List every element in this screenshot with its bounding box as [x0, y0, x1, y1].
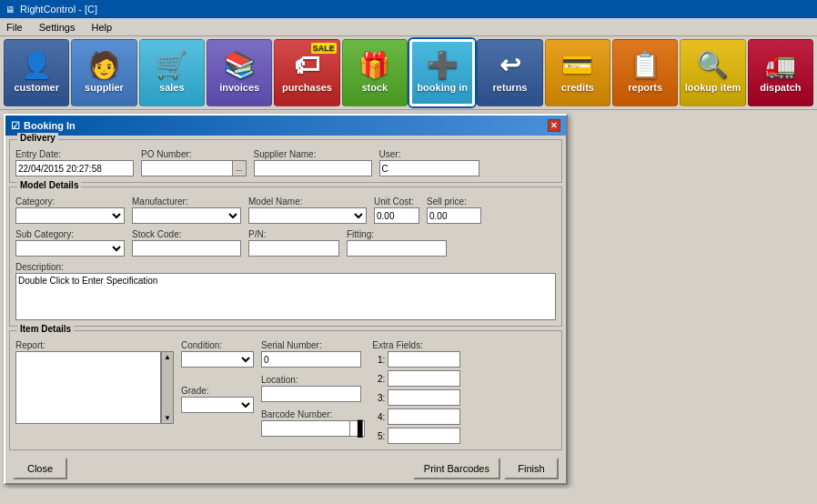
toolbar-returns[interactable]: ↩ returns	[477, 39, 542, 106]
item-details-title: Item Details	[17, 324, 74, 334]
category-select[interactable]	[15, 207, 125, 224]
stock-label: stock	[361, 82, 388, 93]
po-number-input[interactable]	[141, 160, 232, 176]
finish-button[interactable]: Finish	[504, 458, 559, 479]
purchases-badge: SALE	[311, 43, 337, 54]
user-field: User:	[379, 149, 479, 176]
user-input[interactable]	[379, 160, 479, 176]
sell-price-label: Sell price:	[427, 197, 481, 207]
fitting-input[interactable]	[347, 240, 447, 257]
barcode-scan-button[interactable]: ▐	[350, 420, 365, 437]
dispatch-icon: 🚛	[764, 53, 796, 78]
description-field: Description: Double Click to Enter Speci…	[15, 262, 556, 320]
dialog-checkbox-icon: ☑	[11, 120, 20, 132]
toolbar-customer[interactable]: 👤 customer	[4, 39, 69, 106]
extra-row-2: 2:	[372, 370, 460, 387]
menu-help[interactable]: Help	[88, 21, 115, 34]
entry-date-input[interactable]	[15, 160, 134, 176]
toolbar-purchases[interactable]: 🏷 purchases SALE	[274, 39, 339, 106]
lookup-label: lookup item	[685, 82, 741, 93]
dialog-footer: Close Print Barcodes Finish	[5, 454, 566, 483]
extra-label-1: 1:	[372, 355, 385, 365]
toolbar-reports[interactable]: 📋 reports	[612, 39, 678, 106]
app-icon: 🖥	[5, 5, 15, 15]
model-name-field: Model Name:	[248, 197, 367, 224]
toolbar-lookup[interactable]: 🔍 lookup item	[680, 39, 745, 106]
barcode-input-group: ▐	[261, 420, 365, 437]
extra-input-1[interactable]	[388, 351, 460, 368]
extra-label-3: 3:	[372, 393, 385, 403]
unit-cost-input[interactable]	[374, 207, 419, 224]
extra-input-4[interactable]	[388, 408, 460, 425]
sales-icon: 🛒	[156, 53, 187, 78]
extra-input-3[interactable]	[388, 389, 460, 406]
manufacturer-select[interactable]	[132, 207, 241, 224]
toolbar-dispatch[interactable]: 🚛 dispatch	[748, 39, 813, 106]
location-input[interactable]	[261, 386, 361, 402]
barcode-field: Barcode Number: ▐	[261, 409, 365, 437]
extra-fields-label: Extra Fields:	[372, 340, 460, 350]
description-textarea[interactable]: Double Click to Enter Specification	[15, 273, 556, 320]
stock-code-input[interactable]	[132, 240, 241, 257]
report-textarea[interactable]	[15, 351, 161, 424]
invoices-icon: 📚	[224, 53, 256, 78]
extra-input-5[interactable]	[388, 428, 460, 444]
unit-cost-label: Unit Cost:	[374, 197, 419, 207]
scroll-up-icon[interactable]: ▲	[163, 352, 172, 362]
stock-icon: 🎁	[358, 53, 390, 78]
title-bar-text: RightControl - [C]	[20, 4, 97, 15]
purchases-icon: 🏷	[294, 53, 319, 78]
reports-label: reports	[628, 82, 662, 93]
serial-number-input[interactable]	[261, 351, 361, 368]
purchases-label: purchases	[282, 82, 332, 93]
manufacturer-label: Manufacturer:	[132, 197, 241, 207]
toolbar-invoices[interactable]: 📚 invoices	[207, 39, 272, 106]
supplier-name-input[interactable]	[254, 160, 372, 176]
credits-icon: 💳	[561, 53, 593, 78]
supplier-label: supplier	[85, 82, 124, 93]
extra-label-4: 4:	[372, 412, 385, 422]
scroll-down-icon[interactable]: ▼	[163, 413, 172, 423]
model-name-select[interactable]	[248, 207, 367, 224]
delivery-row: Entry Date: PO Number: ... Supplier Name…	[15, 149, 556, 176]
sell-price-field: Sell price:	[427, 197, 481, 224]
stock-code-field: Stock Code:	[132, 229, 241, 257]
extra-fields-list: 1: 2: 3: 4:	[372, 351, 460, 444]
menu-file[interactable]: File	[4, 21, 25, 34]
condition-select[interactable]	[181, 351, 254, 368]
print-barcodes-button[interactable]: Print Barcodes	[413, 458, 500, 479]
sell-price-input[interactable]	[427, 207, 481, 224]
condition-grade-col: Condition: Grade:	[181, 340, 254, 413]
pn-input[interactable]	[248, 240, 339, 257]
customer-icon: 👤	[21, 53, 53, 78]
manufacturer-field: Manufacturer:	[132, 197, 241, 224]
extra-label-2: 2:	[372, 374, 385, 384]
dialog-close-button[interactable]: ✕	[548, 119, 560, 132]
toolbar-supplier[interactable]: 🧑 supplier	[71, 39, 136, 106]
toolbar-stock[interactable]: 🎁 stock	[342, 39, 408, 106]
model-row1: Category: Manufacturer: Model Name:	[15, 197, 556, 224]
barcode-input[interactable]	[261, 420, 350, 437]
returns-label: returns	[493, 82, 528, 93]
category-field: Category:	[15, 197, 125, 224]
title-bar: 🖥 RightControl - [C]	[0, 0, 817, 18]
extra-input-2[interactable]	[388, 370, 460, 387]
toolbar-credits[interactable]: 💳 credits	[545, 39, 610, 106]
grade-select[interactable]	[181, 397, 254, 413]
po-number-label: PO Number:	[141, 149, 247, 159]
model-details-section: Model Details Category: Manufacturer: Mo…	[9, 186, 562, 327]
toolbar-booking[interactable]: ➕ booking in	[409, 39, 475, 106]
model-name-label: Model Name:	[248, 197, 367, 207]
extra-row-3: 3:	[372, 389, 460, 406]
toolbar-sales[interactable]: 🛒 sales	[139, 39, 205, 106]
user-label: User:	[379, 149, 479, 159]
pn-label: P/N:	[248, 229, 339, 239]
menu-settings[interactable]: Settings	[36, 21, 78, 34]
extra-fields-col: Extra Fields: 1: 2: 3:	[372, 340, 460, 444]
dialog-overlay: ☑ Booking In ✕ Delivery Entry Date: PO N…	[0, 110, 817, 489]
fitting-field: Fitting:	[347, 229, 447, 257]
report-scrollbar[interactable]: ▲ ▼	[161, 351, 174, 424]
sub-category-select[interactable]	[15, 240, 125, 257]
close-button[interactable]: Close	[13, 458, 67, 479]
po-browse-button[interactable]: ...	[232, 160, 247, 176]
